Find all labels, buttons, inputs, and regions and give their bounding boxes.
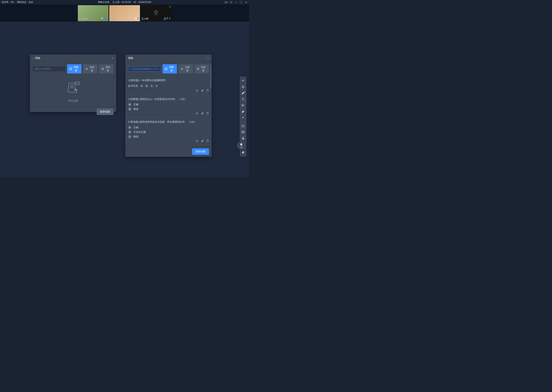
hand-raise-badge[interactable]: 0/2	[237, 141, 246, 150]
svg-rect-0	[225, 1, 226, 3]
question-actions	[128, 112, 209, 115]
panel-close-icon[interactable]: ×	[207, 56, 209, 60]
cursor-tool-icon[interactable]	[240, 78, 247, 84]
tab-short-button[interactable]: 简答题	[195, 64, 209, 73]
question-option[interactable]: A正确	[128, 103, 209, 106]
tile-close-icon[interactable]: ×	[169, 6, 171, 8]
camera-off-icon	[152, 9, 160, 17]
question-title: 1 [简答题] 一年四季分别是哪四季?	[128, 78, 209, 82]
question-title: 2 [判断题] 我国宪法上一次更新是在2020年。 （2分）	[128, 97, 209, 101]
edit-icon[interactable]	[201, 140, 204, 143]
svg-point-9	[136, 18, 136, 19]
eraser-tool-icon[interactable]	[240, 109, 247, 114]
svg-rect-10	[138, 17, 138, 19]
tile-close-icon[interactable]: ×	[138, 6, 139, 8]
volume-bars-icon	[104, 17, 105, 20]
quiz-panel-empty: ‹ 测验 × 判断题 选择题 简答题 暂无试题 保存试卷	[30, 55, 116, 112]
mic-muted-icon	[166, 17, 168, 21]
option-text: 不完全正确	[133, 130, 146, 134]
person-tool-icon[interactable]	[240, 135, 247, 141]
move-tool-icon[interactable]	[240, 84, 247, 90]
empty-state: 暂无试题	[30, 75, 116, 106]
close-icon[interactable]	[245, 1, 248, 4]
quiz-panel-editor: 测验 × 判断题 选择题 简答题 1 [简答题] 一年四季分别是哪四季?参考答案…	[125, 55, 212, 157]
whiteboard-canvas[interactable]: ‹ 测验 × 判断题 选择题 简答题 暂无试题 保存试卷	[0, 22, 249, 177]
tab-judge-button[interactable]: 判断题	[67, 64, 81, 73]
quiz-name-input[interactable]	[33, 66, 65, 72]
tab-short-button[interactable]: 简答题	[99, 64, 113, 73]
mic-icon	[169, 17, 171, 21]
move-icon[interactable]	[196, 89, 198, 92]
delete-icon[interactable]	[206, 89, 209, 92]
svg-point-26	[77, 83, 78, 84]
question-list[interactable]: 1 [简答题] 一年四季分别是哪四季?参考答案：春、夏、秋、冬2 [判断题] 我…	[125, 75, 212, 146]
option-letter: A	[128, 103, 131, 106]
video-tile-teacher[interactable]: 叮当老师	[78, 5, 109, 21]
hand-count: 0/2	[240, 147, 243, 148]
edit-icon[interactable]	[201, 112, 204, 115]
session-id: ID：2020070324	[134, 0, 151, 4]
question-block: 3 [单选题] 施华洛世奇是反华品牌，所以梁鼎琪反华。 （2分）A正确B不完全正…	[128, 118, 209, 145]
scrollbar-thumb[interactable]	[211, 65, 211, 88]
svg-point-33	[243, 81, 243, 81]
option-text: 正确	[133, 126, 138, 129]
course-name: 神秘大自然	[98, 0, 109, 4]
question-option[interactable]: B错误	[128, 107, 209, 111]
svg-point-38	[242, 137, 244, 138]
delete-icon[interactable]	[206, 140, 209, 143]
folder-tool-icon[interactable]	[240, 123, 247, 129]
svg-point-6	[102, 18, 102, 19]
network-status: 网络状态：良好	[17, 0, 33, 4]
settings-icon[interactable]	[230, 1, 233, 4]
mic-icon	[106, 17, 108, 21]
svg-point-11	[154, 10, 158, 14]
quiz-name-input[interactable]	[128, 66, 161, 72]
question-title: 3 [单选题] 施华洛世奇是反华品牌，所以梁鼎琪反华。 （2分）	[128, 120, 209, 124]
elapsed-time: 已上课：02:34:09	[113, 0, 131, 4]
question-option[interactable]: C错误	[128, 135, 209, 138]
option-letter: A	[128, 126, 131, 129]
video-name-label: 王小明	[141, 17, 148, 21]
move-icon[interactable]	[196, 112, 198, 115]
option-letter: B	[128, 107, 131, 111]
answer-reference: 参考答案：春、夏、秋、冬	[128, 84, 209, 88]
svg-point-25	[76, 83, 76, 84]
video-tile-student[interactable]: × 王小明	[141, 5, 171, 21]
network-indicator-icon	[101, 17, 103, 21]
scissors-tool-icon[interactable]	[240, 102, 247, 108]
dot-tool-icon[interactable]	[240, 115, 247, 120]
panel-close-icon[interactable]: ×	[112, 56, 113, 60]
delete-icon[interactable]	[206, 112, 209, 115]
panel-title: 测验	[35, 56, 112, 60]
edit-icon[interactable]	[201, 89, 204, 92]
toolbox-tool-icon[interactable]	[240, 129, 247, 135]
svg-point-35	[242, 106, 243, 106]
video-thumbnail-strip: 叮当老师 × Nina × 王小明	[0, 4, 249, 22]
tab-choice-button[interactable]: 选择题	[83, 64, 97, 73]
save-quiz-button[interactable]: 保存试卷	[97, 109, 113, 115]
network-indicator-icon	[135, 17, 137, 21]
svg-rect-15	[169, 17, 170, 19]
question-block: 2 [判断题] 我国宪法上一次更新是在2020年。 （2分）A正确B错误	[128, 95, 209, 118]
move-icon[interactable]	[196, 140, 198, 143]
maximize-icon[interactable]	[240, 1, 243, 4]
tab-judge-button[interactable]: 判断题	[163, 64, 177, 73]
tab-choice-button[interactable]: 选择题	[178, 64, 193, 73]
text-tool-icon[interactable]: T	[240, 96, 247, 102]
svg-point-12	[155, 11, 157, 13]
back-chevron-icon[interactable]: ‹	[33, 56, 34, 60]
question-option[interactable]: A正确	[128, 126, 209, 129]
save-quiz-button[interactable]: 保存试卷	[192, 148, 209, 155]
pen-tool-icon[interactable]	[240, 90, 247, 96]
camera-icon[interactable]	[225, 1, 228, 4]
option-text: 错误	[133, 107, 138, 111]
svg-point-36	[242, 117, 244, 118]
video-tile-student[interactable]: × Nina	[109, 5, 140, 21]
top-status-bar: 丢包率：0% 网络状态：良好 神秘大自然 已上课：02:34:09 ID：202…	[0, 0, 249, 4]
minimize-icon[interactable]	[235, 1, 238, 4]
bell-tool-icon[interactable]	[240, 149, 247, 155]
option-text: 正确	[133, 103, 138, 106]
question-option[interactable]: B不完全正确	[128, 130, 209, 134]
option-letter: C	[128, 135, 131, 138]
option-letter: B	[128, 130, 131, 134]
